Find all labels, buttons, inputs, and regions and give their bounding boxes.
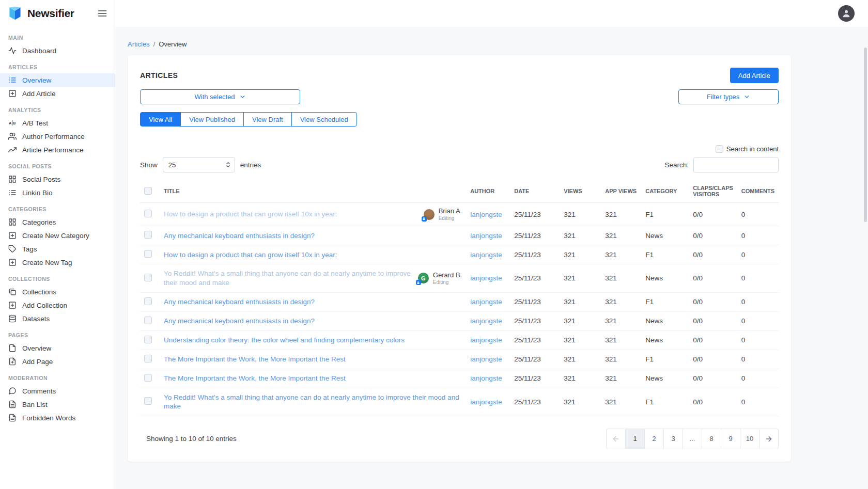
vertical-scrollbar[interactable] bbox=[864, 48, 867, 222]
pagination-page-9[interactable]: 9 bbox=[721, 429, 740, 449]
pagination-page-8[interactable]: 8 bbox=[702, 429, 721, 449]
table-row: How to design a product that can grow it… bbox=[140, 203, 779, 226]
row-checkbox[interactable] bbox=[144, 397, 152, 405]
pagination-prev-button[interactable] bbox=[606, 429, 626, 449]
user-avatar[interactable] bbox=[838, 5, 855, 22]
sidebar-item-categories-tags[interactable]: Tags bbox=[0, 242, 115, 256]
sidebar: Newsifier MAINDashboardARTICLESOverviewA… bbox=[0, 0, 115, 489]
column-header-category[interactable]: CATEGORY bbox=[641, 180, 689, 203]
article-title-link[interactable]: How to design a product that can grow it… bbox=[164, 250, 337, 260]
menu-icon[interactable] bbox=[97, 8, 107, 19]
row-checkbox[interactable] bbox=[144, 297, 152, 305]
row-checkbox[interactable] bbox=[144, 374, 152, 382]
sidebar-item-main-dashboard[interactable]: Dashboard bbox=[0, 44, 115, 57]
article-title-link[interactable]: The More Important the Work, the More Im… bbox=[164, 374, 346, 383]
author-link[interactable]: ianjongste bbox=[470, 374, 502, 382]
pagination-page-3[interactable]: 3 bbox=[663, 429, 683, 449]
column-header-author[interactable]: AUTHOR bbox=[466, 180, 510, 203]
search-input[interactable] bbox=[693, 157, 779, 172]
row-checkbox[interactable] bbox=[144, 317, 152, 324]
column-header-title[interactable]: TITLE bbox=[160, 180, 466, 203]
sidebar-item-analytics-article-performance[interactable]: Article Performance bbox=[0, 143, 115, 156]
pagination-page-1[interactable]: 1 bbox=[625, 429, 645, 449]
sidebar-item-collections-collections[interactable]: Collections bbox=[0, 285, 115, 298]
sidebar-item-categories-create-new-category[interactable]: Create New Category bbox=[0, 229, 115, 242]
row-checkbox[interactable] bbox=[144, 231, 152, 239]
sidebar-item-pages-add-page[interactable]: Add Page bbox=[0, 355, 115, 368]
sidebar-item-collections-datasets[interactable]: Datasets bbox=[0, 312, 115, 325]
row-checkbox[interactable] bbox=[144, 210, 152, 217]
app-logo[interactable]: Newsifier bbox=[7, 6, 74, 21]
row-checkbox[interactable] bbox=[144, 274, 152, 281]
with-selected-dropdown[interactable]: With selected bbox=[140, 89, 300, 104]
sidebar-item-categories-create-new-tag[interactable]: Create New Tag bbox=[0, 256, 115, 269]
article-title-link[interactable]: Yo Reddit! What's a small thing that any… bbox=[164, 393, 462, 411]
sidebar-item-moderation-ban-list[interactable]: Ban List bbox=[0, 398, 115, 411]
author-link[interactable]: ianjongste bbox=[470, 398, 502, 406]
article-title-link[interactable]: How to design a product that can grow it… bbox=[164, 210, 337, 219]
sidebar-item-label: Dashboard bbox=[22, 47, 56, 55]
column-header-app-views[interactable]: APP VIEWS bbox=[601, 180, 641, 203]
author-link[interactable]: ianjongste bbox=[470, 232, 502, 240]
breadcrumb-articles-link[interactable]: Articles bbox=[128, 40, 150, 48]
column-header-claps-claps-visitors[interactable]: CLAPS/CLAPS VISITORS bbox=[689, 180, 737, 203]
sidebar-item-categories-categories[interactable]: Categories bbox=[0, 215, 115, 229]
author-link[interactable]: ianjongste bbox=[470, 355, 502, 363]
claps-cell: 0/0 bbox=[689, 203, 737, 226]
row-select-cell bbox=[140, 311, 160, 330]
sidebar-item-social-posts-social-posts[interactable]: Social Posts bbox=[0, 172, 115, 186]
row-checkbox[interactable] bbox=[144, 250, 152, 258]
select-all-checkbox[interactable] bbox=[144, 187, 152, 195]
add-article-button[interactable]: Add Article bbox=[730, 68, 779, 83]
sidebar-item-moderation-comments[interactable]: Comments bbox=[0, 384, 115, 398]
articles-table: TITLEAUTHORDATEVIEWSAPP VIEWSCATEGORYCLA… bbox=[140, 180, 779, 416]
author-link[interactable]: ianjongste bbox=[470, 274, 502, 282]
column-header-date[interactable]: DATE bbox=[510, 180, 560, 203]
author-link[interactable]: ianjongste bbox=[470, 298, 502, 306]
sidebar-item-moderation-forbidden-words[interactable]: Forbidden Words bbox=[0, 411, 115, 424]
search-in-content-label: Search in content bbox=[726, 145, 779, 153]
column-header-views[interactable]: VIEWS bbox=[560, 180, 601, 203]
article-title-link[interactable]: Any mechanical keyboard enthusiasts in d… bbox=[164, 231, 315, 241]
file-icon bbox=[8, 344, 17, 352]
row-checkbox[interactable] bbox=[144, 355, 152, 362]
pagination-page-2[interactable]: 2 bbox=[644, 429, 664, 449]
author-link[interactable]: ianjongste bbox=[470, 251, 502, 259]
sidebar-item-analytics-a-b-test[interactable]: ABA/B Test bbox=[0, 116, 115, 130]
filter-types-dropdown[interactable]: Filter types bbox=[678, 89, 779, 104]
article-title-link[interactable]: Understanding color theory: the color wh… bbox=[164, 336, 405, 345]
sidebar-item-label: Add Collection bbox=[22, 302, 67, 309]
row-checkbox[interactable] bbox=[144, 336, 152, 343]
column-header-comments[interactable]: COMMENTS bbox=[737, 180, 779, 203]
pagination-page-10[interactable]: 10 bbox=[740, 429, 760, 449]
author-link[interactable]: ianjongste bbox=[470, 317, 502, 325]
sidebar-item-collections-add-collection[interactable]: Add Collection bbox=[0, 298, 115, 312]
app-views-cell: 321 bbox=[601, 264, 641, 292]
sidebar-item-label: Comments bbox=[22, 387, 56, 395]
tab-view-published[interactable]: View Published bbox=[180, 112, 244, 127]
article-title-link[interactable]: Any mechanical keyboard enthusiasts in d… bbox=[164, 297, 315, 307]
page-size-select[interactable]: 25 bbox=[163, 157, 235, 172]
claps-cell: 0/0 bbox=[689, 245, 737, 264]
author-link[interactable]: ianjongste bbox=[470, 336, 502, 344]
search-in-content-toggle[interactable]: Search in content bbox=[716, 145, 779, 153]
tab-view-draft[interactable]: View Draft bbox=[243, 112, 292, 127]
search-in-content-checkbox[interactable] bbox=[716, 145, 723, 153]
article-title-link[interactable]: Any mechanical keyboard enthusiasts in d… bbox=[164, 317, 315, 326]
svg-text:A: A bbox=[9, 121, 12, 125]
sidebar-item-articles-add-article[interactable]: Add Article bbox=[0, 87, 115, 100]
pagination-next-button[interactable] bbox=[759, 429, 779, 449]
sidebar-item-analytics-author-performance[interactable]: Author Performance bbox=[0, 130, 115, 143]
sidebar-item-pages-overview[interactable]: Overview bbox=[0, 341, 115, 355]
tab-view-all[interactable]: View All bbox=[140, 112, 181, 127]
pagination-ellipsis[interactable]: ... bbox=[683, 429, 702, 449]
sidebar-item-articles-overview[interactable]: Overview bbox=[0, 73, 115, 87]
row-select-cell bbox=[140, 369, 160, 388]
author-link[interactable]: ianjongste bbox=[470, 211, 502, 218]
app-views-cell: 321 bbox=[601, 388, 641, 416]
category-cell: F1 bbox=[641, 203, 689, 226]
article-title-link[interactable]: Yo Reddit! What's a small thing that any… bbox=[164, 269, 411, 287]
article-title-link[interactable]: The More Important the Work, the More Im… bbox=[164, 355, 346, 364]
sidebar-item-social-posts-linkin-bio[interactable]: Linkin Bio bbox=[0, 186, 115, 199]
tab-view-scheduled[interactable]: View Scheduled bbox=[291, 112, 357, 127]
